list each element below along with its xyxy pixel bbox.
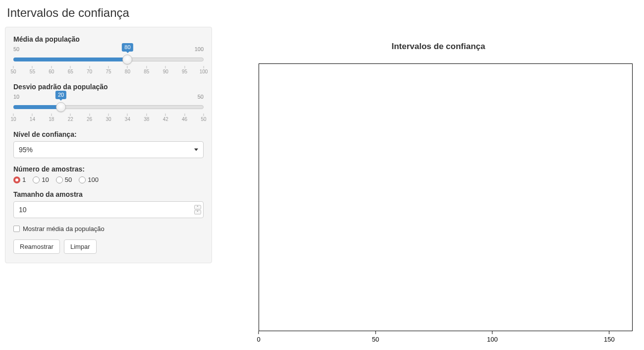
mean-label: Média da população bbox=[13, 35, 204, 43]
radio-50[interactable]: 50 bbox=[56, 176, 72, 183]
slider-tick: 50 bbox=[201, 114, 206, 122]
radio-label: 1 bbox=[22, 176, 26, 183]
sd-slider-thumb[interactable] bbox=[56, 102, 66, 112]
sd-label: Desvio padrão da população bbox=[13, 83, 204, 91]
slider-tick: 26 bbox=[87, 114, 92, 122]
showmean-checkbox[interactable]: Mostrar média da população bbox=[13, 225, 204, 233]
mean-slider-thumb[interactable] bbox=[122, 55, 132, 64]
slider-tick: 50 bbox=[10, 66, 16, 74]
mean-ticks: 50556065707580859095100 bbox=[13, 66, 204, 76]
slider-tick: 10 bbox=[10, 114, 16, 122]
slider-tick: 70 bbox=[87, 66, 92, 74]
radio-label: 100 bbox=[88, 176, 99, 183]
radio-icon bbox=[79, 176, 86, 183]
plot-title: Intervalos de confiança bbox=[242, 42, 635, 52]
radio-icon bbox=[13, 176, 20, 183]
spinner-down-icon[interactable]: ˅ bbox=[194, 210, 201, 215]
sd-max: 50 bbox=[198, 94, 204, 100]
slider-tick: 34 bbox=[125, 114, 130, 122]
spinner-up-icon[interactable]: ˄ bbox=[194, 205, 201, 210]
radio-label: 50 bbox=[65, 176, 72, 183]
slider-tick: 95 bbox=[182, 66, 187, 74]
mean-max: 100 bbox=[195, 46, 204, 52]
sd-slider[interactable]: 20 bbox=[13, 101, 204, 113]
slider-tick: 38 bbox=[144, 114, 149, 122]
sd-min: 10 bbox=[13, 94, 19, 100]
nsamples-label: Número de amostras: bbox=[13, 165, 204, 173]
sampsize-input[interactable]: 10 ˄ ˅ bbox=[13, 201, 204, 218]
slider-tick: 55 bbox=[30, 66, 35, 74]
slider-tick: 42 bbox=[163, 114, 168, 122]
slider-tick: 46 bbox=[182, 114, 187, 122]
slider-tick: 30 bbox=[106, 114, 111, 122]
slider-tick: 85 bbox=[144, 66, 149, 74]
x-tick: 50 bbox=[372, 331, 379, 343]
conf-select[interactable]: 95% bbox=[13, 141, 204, 158]
slider-tick: 18 bbox=[49, 114, 54, 122]
caret-down-icon bbox=[194, 149, 198, 151]
radio-100[interactable]: 100 bbox=[79, 176, 99, 183]
plot-box bbox=[259, 63, 633, 331]
slider-tick: 80 bbox=[125, 66, 130, 74]
clear-button[interactable]: Limpar bbox=[64, 239, 97, 254]
showmean-label: Mostrar média da população bbox=[23, 225, 105, 233]
slider-tick: 90 bbox=[163, 66, 168, 74]
mean-slider[interactable]: 80 bbox=[13, 53, 204, 65]
x-tick: 100 bbox=[487, 331, 498, 343]
sampsize-value: 10 bbox=[19, 206, 27, 214]
conf-label: Nível de confiança: bbox=[13, 130, 204, 138]
slider-tick: 14 bbox=[30, 114, 35, 122]
plot-area: Intervalos de confiança 050100150 bbox=[212, 25, 640, 350]
radio-label: 10 bbox=[42, 176, 49, 183]
resample-button[interactable]: Reamostrar bbox=[13, 239, 60, 254]
mean-min: 50 bbox=[13, 46, 19, 52]
sampsize-label: Tamanho da amostra bbox=[13, 190, 204, 198]
page-title: Intervalos de confiança bbox=[7, 6, 640, 20]
nsamples-radios: 11050100 bbox=[13, 176, 204, 183]
x-tick: 150 bbox=[604, 331, 615, 343]
plot-x-axis: 050100150 bbox=[259, 331, 633, 346]
conf-selected: 95% bbox=[19, 146, 33, 154]
checkbox-icon bbox=[13, 226, 20, 232]
sidebar-panel: Média da população 50 100 80 50556065707… bbox=[4, 25, 212, 350]
x-tick: 0 bbox=[257, 331, 260, 343]
slider-tick: 22 bbox=[68, 114, 73, 122]
radio-10[interactable]: 10 bbox=[33, 176, 49, 183]
radio-icon bbox=[33, 176, 40, 183]
slider-tick: 60 bbox=[49, 66, 54, 74]
slider-tick: 75 bbox=[106, 66, 111, 74]
radio-1[interactable]: 1 bbox=[13, 176, 26, 183]
slider-tick: 100 bbox=[200, 66, 208, 74]
radio-icon bbox=[56, 176, 63, 183]
sd-ticks: 1014182226303438424650 bbox=[13, 114, 204, 123]
slider-tick: 65 bbox=[68, 66, 73, 74]
